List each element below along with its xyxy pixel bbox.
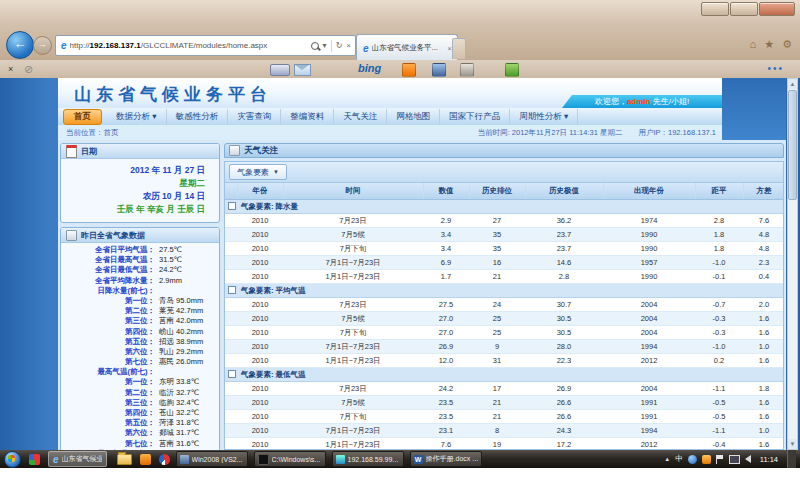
- table-row[interactable]: 20107月1日~7月23日23.1824.31994-1.11.0: [225, 424, 784, 438]
- page-scrollbar[interactable]: ▲ ▼: [787, 78, 798, 450]
- home-icon[interactable]: ⌂: [750, 38, 757, 51]
- cell: 2010: [237, 298, 283, 312]
- addon-green-icon[interactable]: [505, 63, 519, 77]
- browser-tab[interactable]: e 山东省气候业务平... ×: [356, 34, 458, 61]
- refresh-icon[interactable]: ↻: [336, 41, 343, 50]
- quicklaunch-app-icon[interactable]: [29, 454, 40, 465]
- group-expand-cell[interactable]: [225, 368, 237, 382]
- cell: 23.5: [423, 396, 469, 410]
- table-row[interactable]: 20107月下旬27.02530.52004-0.31.6: [225, 326, 784, 340]
- expand-box-icon[interactable]: [228, 202, 236, 210]
- addon-blue-icon[interactable]: [432, 63, 446, 77]
- taskbar-ie-window[interactable]: e 山东省气候业务平台: [48, 451, 107, 467]
- show-desktop-button[interactable]: [787, 450, 796, 468]
- taskbar-window[interactable]: C:\Windows\s...: [254, 451, 326, 467]
- back-button[interactable]: ←: [6, 31, 34, 59]
- table-row[interactable]: 20107月5候3.43523.719901.84.8: [225, 228, 784, 242]
- group-expand-cell[interactable]: [225, 284, 237, 298]
- taskbar-window[interactable]: 192.168.59.99...: [332, 451, 404, 467]
- taskbar-window[interactable]: W操作手册.docx ...: [410, 451, 482, 467]
- scroll-down-icon[interactable]: ▼: [788, 439, 797, 449]
- nav-item-2[interactable]: 敏感性分析: [167, 109, 229, 125]
- table-row[interactable]: 20107月1日~7月23日26.9928.01994-1.01.0: [225, 340, 784, 354]
- nav-item-8[interactable]: 周期性分析 ▾: [510, 109, 578, 125]
- nav-item-5[interactable]: 天气关注: [334, 109, 387, 125]
- start-button[interactable]: [4, 451, 21, 468]
- table-row[interactable]: 20107月23日2.92736.219742.87.6: [225, 214, 784, 228]
- speaker-icon[interactable]: [745, 455, 751, 463]
- new-tab-button[interactable]: [452, 38, 466, 59]
- table-row[interactable]: 20101月1日~7月23日12.03122.320120.21.6: [225, 354, 784, 368]
- nav-item-7[interactable]: 国家下行产品: [440, 109, 510, 125]
- addon-orange-icon[interactable]: [402, 63, 416, 77]
- table-row[interactable]: 20107月23日27.52430.72004-0.72.0: [225, 298, 784, 312]
- taskbar-clock[interactable]: 11:14: [756, 455, 782, 464]
- nav-item-3[interactable]: 灾害查询: [228, 109, 281, 125]
- blocked-icon[interactable]: ⊘: [24, 63, 33, 76]
- cell: -0.4: [695, 438, 743, 451]
- stop-icon[interactable]: ×: [346, 41, 351, 50]
- table-row[interactable]: 20107月1日~7月23日6.91614.61957-1.02.3: [225, 256, 784, 270]
- mail-addon-icon[interactable]: [294, 64, 311, 76]
- tab-title[interactable]: 山东省气候业务平...: [372, 43, 446, 53]
- network-icon[interactable]: [729, 455, 740, 464]
- weather-panel-title: 昨日全省气象数据: [81, 230, 145, 241]
- ime-indicator[interactable]: 中: [675, 454, 683, 464]
- quicklaunch-browser-icon[interactable]: [159, 454, 170, 465]
- table-row[interactable]: 20107月5候27.02530.52004-0.31.6: [225, 312, 784, 326]
- url-text[interactable]: http://192.168.137.1/GLCCLIMATE/modules/…: [70, 41, 311, 50]
- scrollbar-thumb[interactable]: [788, 90, 797, 200]
- cell: 21: [469, 410, 525, 424]
- cell: 3.4: [423, 242, 469, 256]
- card-addon-icon[interactable]: [270, 64, 290, 76]
- nav-item-4[interactable]: 整编资料: [281, 109, 334, 125]
- cell: 9: [469, 340, 525, 354]
- table-row[interactable]: 20107月23日24.21726.92004-1.11.8: [225, 382, 784, 396]
- address-bar[interactable]: e http://192.168.137.1/GLCCLIMATE/module…: [55, 35, 356, 56]
- toolbar-close-icon[interactable]: ×: [8, 64, 13, 74]
- explorer-folder-icon[interactable]: [117, 454, 132, 465]
- table-row[interactable]: 20107月下旬3.43523.719901.84.8: [225, 242, 784, 256]
- more-options-dots-icon[interactable]: •••: [767, 63, 784, 74]
- forward-button[interactable]: →: [33, 36, 52, 55]
- search-icon[interactable]: [311, 42, 319, 50]
- table-row[interactable]: 20101月1日~7月23日7.61917.22012-0.41.6: [225, 438, 784, 451]
- table-row[interactable]: 20107月5候23.52126.61991-0.51.6: [225, 396, 784, 410]
- tray-security-icon[interactable]: [702, 455, 711, 464]
- action-center-flag-icon[interactable]: [716, 455, 724, 464]
- content-area: 日期 2012 年 11 月 27 日星期二农历 10 月 14 日壬辰 年 辛…: [58, 140, 786, 450]
- cell: 30.5: [525, 312, 603, 326]
- addon-gray-icon[interactable]: [460, 63, 474, 77]
- table-row[interactable]: 20101月1日~7月23日1.7212.81990-0.10.4: [225, 270, 784, 284]
- scroll-up-icon[interactable]: ▲: [788, 79, 797, 89]
- close-button[interactable]: [759, 2, 795, 16]
- cell: 31: [469, 354, 525, 368]
- table-row[interactable]: 20107月下旬23.52126.61991-0.51.6: [225, 410, 784, 424]
- expand-box-icon[interactable]: [228, 370, 236, 378]
- tray-blue-icon[interactable]: [688, 455, 697, 464]
- favorites-star-icon[interactable]: ★: [764, 38, 774, 51]
- table-group-row[interactable]: 气象要素: 最低气温: [225, 368, 784, 382]
- cell: 7月5候: [283, 396, 423, 410]
- search-dropdown-icon[interactable]: ▾: [323, 41, 327, 50]
- word-icon: W: [414, 455, 423, 464]
- maximize-button[interactable]: [730, 2, 758, 16]
- table-group-row[interactable]: 气象要素: 降水量: [225, 200, 784, 214]
- weather-row: 第三位：莒南 42.0mm: [61, 317, 219, 325]
- rank-value: 莱芜 42.7mm: [155, 307, 203, 315]
- column-header: 距平: [695, 183, 743, 200]
- quicklaunch-orange-icon[interactable]: [140, 454, 151, 465]
- cell: 7月下旬: [283, 326, 423, 340]
- bing-logo[interactable]: bing: [358, 62, 381, 74]
- expand-box-icon[interactable]: [228, 286, 236, 294]
- table-group-row[interactable]: 气象要素: 平均气温: [225, 284, 784, 298]
- nav-item-6[interactable]: 网格地图: [387, 109, 440, 125]
- element-dropdown-button[interactable]: 气象要素 ▼: [229, 164, 287, 180]
- tools-gear-icon[interactable]: ⚙: [782, 38, 792, 51]
- minimize-button[interactable]: [701, 2, 729, 16]
- tray-expand-icon[interactable]: ▲: [664, 456, 670, 462]
- taskbar-window[interactable]: Win2008 (VS2...: [176, 451, 248, 467]
- nav-item-0[interactable]: 首页: [63, 109, 102, 125]
- group-expand-cell[interactable]: [225, 200, 237, 214]
- nav-item-1[interactable]: 数据分析 ▾: [107, 109, 167, 125]
